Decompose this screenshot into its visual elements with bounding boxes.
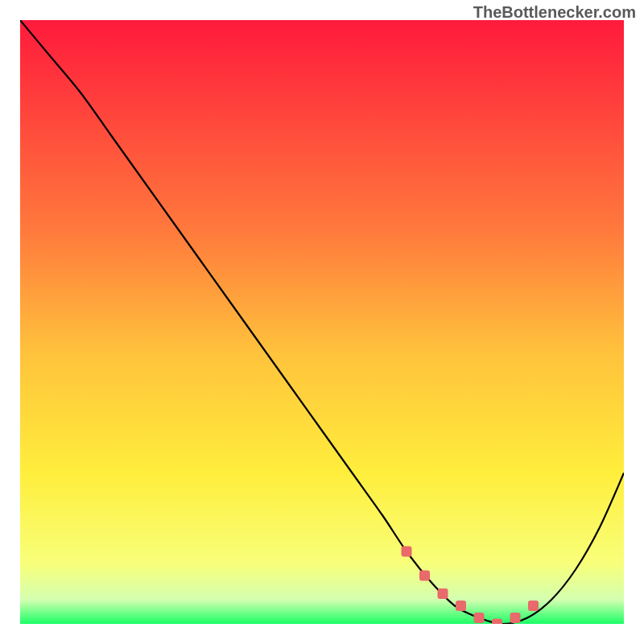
highlight-dot [492, 619, 502, 625]
highlight-dot [528, 601, 539, 611]
chart-container: TheBottlenecker.com [0, 0, 644, 644]
highlight-dot [402, 547, 412, 557]
chart-svg [20, 20, 624, 624]
highlight-dot [438, 588, 448, 599]
highlight-dot [419, 571, 430, 581]
highlight-dot [456, 601, 466, 611]
plot-area [20, 20, 624, 624]
highlight-dot [510, 613, 521, 623]
gradient-background [20, 20, 624, 624]
highlight-dot [474, 613, 485, 623]
watermark-text: TheBottlenecker.com [473, 3, 636, 22]
